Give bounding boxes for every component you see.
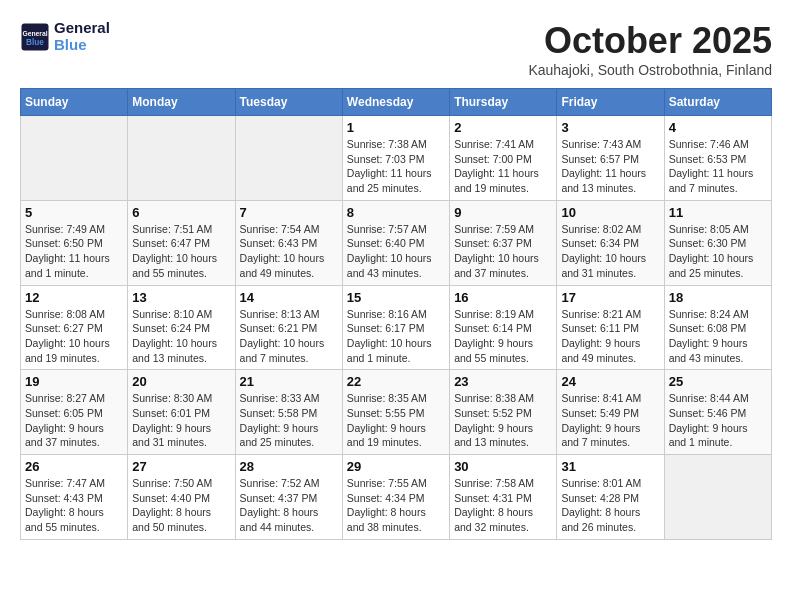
- calendar-cell: 15Sunrise: 8:16 AM Sunset: 6:17 PM Dayli…: [342, 285, 449, 370]
- calendar-cell: 13Sunrise: 8:10 AM Sunset: 6:24 PM Dayli…: [128, 285, 235, 370]
- svg-text:Blue: Blue: [26, 37, 44, 46]
- day-info: Sunrise: 8:19 AM Sunset: 6:14 PM Dayligh…: [454, 307, 552, 366]
- month-title: October 2025: [528, 20, 772, 62]
- day-info: Sunrise: 7:58 AM Sunset: 4:31 PM Dayligh…: [454, 476, 552, 535]
- day-info: Sunrise: 7:54 AM Sunset: 6:43 PM Dayligh…: [240, 222, 338, 281]
- weekday-header-saturday: Saturday: [664, 89, 771, 116]
- calendar-cell: 31Sunrise: 8:01 AM Sunset: 4:28 PM Dayli…: [557, 455, 664, 540]
- day-info: Sunrise: 7:57 AM Sunset: 6:40 PM Dayligh…: [347, 222, 445, 281]
- day-number: 21: [240, 374, 338, 389]
- calendar-cell: 19Sunrise: 8:27 AM Sunset: 6:05 PM Dayli…: [21, 370, 128, 455]
- calendar-table: SundayMondayTuesdayWednesdayThursdayFrid…: [20, 88, 772, 540]
- day-info: Sunrise: 8:35 AM Sunset: 5:55 PM Dayligh…: [347, 391, 445, 450]
- calendar-cell: 7Sunrise: 7:54 AM Sunset: 6:43 PM Daylig…: [235, 200, 342, 285]
- day-number: 27: [132, 459, 230, 474]
- day-number: 19: [25, 374, 123, 389]
- weekday-header-row: SundayMondayTuesdayWednesdayThursdayFrid…: [21, 89, 772, 116]
- calendar-cell: 30Sunrise: 7:58 AM Sunset: 4:31 PM Dayli…: [450, 455, 557, 540]
- calendar-cell: 1Sunrise: 7:38 AM Sunset: 7:03 PM Daylig…: [342, 116, 449, 201]
- logo: General Blue General Blue: [20, 20, 110, 53]
- calendar-week-row: 19Sunrise: 8:27 AM Sunset: 6:05 PM Dayli…: [21, 370, 772, 455]
- logo-icon: General Blue: [20, 22, 50, 52]
- weekday-header-tuesday: Tuesday: [235, 89, 342, 116]
- day-number: 18: [669, 290, 767, 305]
- calendar-cell: 11Sunrise: 8:05 AM Sunset: 6:30 PM Dayli…: [664, 200, 771, 285]
- day-info: Sunrise: 7:49 AM Sunset: 6:50 PM Dayligh…: [25, 222, 123, 281]
- day-info: Sunrise: 7:43 AM Sunset: 6:57 PM Dayligh…: [561, 137, 659, 196]
- calendar-cell: 3Sunrise: 7:43 AM Sunset: 6:57 PM Daylig…: [557, 116, 664, 201]
- calendar-week-row: 1Sunrise: 7:38 AM Sunset: 7:03 PM Daylig…: [21, 116, 772, 201]
- calendar-cell: 5Sunrise: 7:49 AM Sunset: 6:50 PM Daylig…: [21, 200, 128, 285]
- weekday-header-sunday: Sunday: [21, 89, 128, 116]
- day-info: Sunrise: 8:05 AM Sunset: 6:30 PM Dayligh…: [669, 222, 767, 281]
- calendar-cell: 26Sunrise: 7:47 AM Sunset: 4:43 PM Dayli…: [21, 455, 128, 540]
- day-number: 11: [669, 205, 767, 220]
- day-number: 31: [561, 459, 659, 474]
- day-info: Sunrise: 8:30 AM Sunset: 6:01 PM Dayligh…: [132, 391, 230, 450]
- weekday-header-wednesday: Wednesday: [342, 89, 449, 116]
- calendar-cell: 4Sunrise: 7:46 AM Sunset: 6:53 PM Daylig…: [664, 116, 771, 201]
- calendar-cell: [128, 116, 235, 201]
- svg-text:General: General: [22, 29, 47, 36]
- day-number: 23: [454, 374, 552, 389]
- day-number: 16: [454, 290, 552, 305]
- day-number: 1: [347, 120, 445, 135]
- day-info: Sunrise: 8:21 AM Sunset: 6:11 PM Dayligh…: [561, 307, 659, 366]
- day-number: 5: [25, 205, 123, 220]
- logo-text-blue: Blue: [54, 37, 110, 54]
- day-info: Sunrise: 8:13 AM Sunset: 6:21 PM Dayligh…: [240, 307, 338, 366]
- calendar-cell: 25Sunrise: 8:44 AM Sunset: 5:46 PM Dayli…: [664, 370, 771, 455]
- calendar-cell: 27Sunrise: 7:50 AM Sunset: 4:40 PM Dayli…: [128, 455, 235, 540]
- day-info: Sunrise: 7:55 AM Sunset: 4:34 PM Dayligh…: [347, 476, 445, 535]
- day-info: Sunrise: 8:38 AM Sunset: 5:52 PM Dayligh…: [454, 391, 552, 450]
- calendar-cell: 8Sunrise: 7:57 AM Sunset: 6:40 PM Daylig…: [342, 200, 449, 285]
- day-info: Sunrise: 8:24 AM Sunset: 6:08 PM Dayligh…: [669, 307, 767, 366]
- day-info: Sunrise: 7:38 AM Sunset: 7:03 PM Dayligh…: [347, 137, 445, 196]
- day-number: 20: [132, 374, 230, 389]
- day-number: 26: [25, 459, 123, 474]
- day-info: Sunrise: 7:51 AM Sunset: 6:47 PM Dayligh…: [132, 222, 230, 281]
- calendar-cell: 29Sunrise: 7:55 AM Sunset: 4:34 PM Dayli…: [342, 455, 449, 540]
- day-number: 28: [240, 459, 338, 474]
- calendar-cell: 10Sunrise: 8:02 AM Sunset: 6:34 PM Dayli…: [557, 200, 664, 285]
- day-number: 2: [454, 120, 552, 135]
- location-subtitle: Kauhajoki, South Ostrobothnia, Finland: [528, 62, 772, 78]
- day-info: Sunrise: 7:50 AM Sunset: 4:40 PM Dayligh…: [132, 476, 230, 535]
- day-info: Sunrise: 8:44 AM Sunset: 5:46 PM Dayligh…: [669, 391, 767, 450]
- calendar-cell: 16Sunrise: 8:19 AM Sunset: 6:14 PM Dayli…: [450, 285, 557, 370]
- day-info: Sunrise: 8:27 AM Sunset: 6:05 PM Dayligh…: [25, 391, 123, 450]
- day-info: Sunrise: 8:33 AM Sunset: 5:58 PM Dayligh…: [240, 391, 338, 450]
- day-number: 29: [347, 459, 445, 474]
- day-number: 14: [240, 290, 338, 305]
- day-number: 15: [347, 290, 445, 305]
- day-number: 22: [347, 374, 445, 389]
- day-number: 30: [454, 459, 552, 474]
- day-info: Sunrise: 8:10 AM Sunset: 6:24 PM Dayligh…: [132, 307, 230, 366]
- calendar-cell: 28Sunrise: 7:52 AM Sunset: 4:37 PM Dayli…: [235, 455, 342, 540]
- day-number: 7: [240, 205, 338, 220]
- day-info: Sunrise: 7:47 AM Sunset: 4:43 PM Dayligh…: [25, 476, 123, 535]
- day-info: Sunrise: 7:41 AM Sunset: 7:00 PM Dayligh…: [454, 137, 552, 196]
- calendar-cell: 24Sunrise: 8:41 AM Sunset: 5:49 PM Dayli…: [557, 370, 664, 455]
- day-number: 3: [561, 120, 659, 135]
- calendar-cell: 20Sunrise: 8:30 AM Sunset: 6:01 PM Dayli…: [128, 370, 235, 455]
- day-info: Sunrise: 8:41 AM Sunset: 5:49 PM Dayligh…: [561, 391, 659, 450]
- day-info: Sunrise: 7:59 AM Sunset: 6:37 PM Dayligh…: [454, 222, 552, 281]
- day-number: 25: [669, 374, 767, 389]
- calendar-week-row: 5Sunrise: 7:49 AM Sunset: 6:50 PM Daylig…: [21, 200, 772, 285]
- logo-text-general: General: [54, 20, 110, 37]
- day-number: 17: [561, 290, 659, 305]
- title-area: October 2025 Kauhajoki, South Ostrobothn…: [528, 20, 772, 78]
- day-number: 24: [561, 374, 659, 389]
- calendar-week-row: 26Sunrise: 7:47 AM Sunset: 4:43 PM Dayli…: [21, 455, 772, 540]
- day-info: Sunrise: 8:08 AM Sunset: 6:27 PM Dayligh…: [25, 307, 123, 366]
- day-number: 9: [454, 205, 552, 220]
- calendar-cell: 23Sunrise: 8:38 AM Sunset: 5:52 PM Dayli…: [450, 370, 557, 455]
- weekday-header-friday: Friday: [557, 89, 664, 116]
- calendar-cell: 14Sunrise: 8:13 AM Sunset: 6:21 PM Dayli…: [235, 285, 342, 370]
- day-number: 13: [132, 290, 230, 305]
- day-number: 10: [561, 205, 659, 220]
- day-number: 4: [669, 120, 767, 135]
- day-info: Sunrise: 7:46 AM Sunset: 6:53 PM Dayligh…: [669, 137, 767, 196]
- weekday-header-monday: Monday: [128, 89, 235, 116]
